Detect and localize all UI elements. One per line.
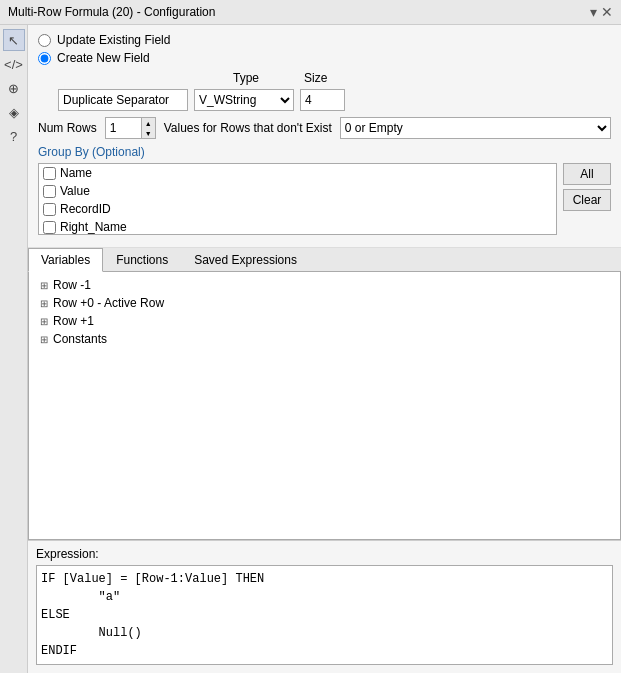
expression-label: Expression: — [36, 547, 613, 561]
tree-label: Row +0 - Active Row — [53, 296, 164, 310]
tab-functions[interactable]: Functions — [103, 248, 181, 272]
list-item[interactable]: Name — [39, 164, 556, 182]
title-controls: ▾ ✕ — [590, 4, 613, 20]
group-by-section: Group By (Optional) Name Value — [38, 145, 611, 235]
update-existing-label: Update Existing Field — [57, 33, 170, 47]
tab-variables[interactable]: Variables — [28, 248, 103, 272]
expression-textarea[interactable]: IF [Value] = [Row-1:Value] THEN "a" ELSE… — [36, 565, 613, 665]
tree-label: Row +1 — [53, 314, 94, 328]
group-buttons: All Clear — [563, 163, 611, 235]
tag-icon[interactable]: ◈ — [3, 101, 25, 123]
values-select[interactable]: 0 or Empty Null Previous Row — [340, 117, 611, 139]
pin-button[interactable]: ▾ — [590, 4, 597, 20]
tab-content-variables: ⊞ Row -1 ⊞ Row +0 - Active Row ⊞ Row +1 … — [28, 272, 621, 540]
title-text: Multi-Row Formula (20) - Configuration — [8, 5, 215, 19]
tabs-header: Variables Functions Saved Expressions — [28, 248, 621, 272]
left-toolbar: ↖ </> ⊕ ◈ ? — [0, 25, 28, 673]
clear-button[interactable]: Clear — [563, 189, 611, 211]
list-item[interactable]: RecordID — [39, 200, 556, 218]
size-header: Size — [304, 71, 327, 85]
type-select[interactable]: V_WString String WString V_String — [194, 89, 294, 111]
expression-section: Expression: IF [Value] = [Row-1:Value] T… — [28, 540, 621, 673]
tab-saved-expressions[interactable]: Saved Expressions — [181, 248, 310, 272]
value-checkbox[interactable] — [43, 185, 56, 198]
rightname-checkbox[interactable] — [43, 221, 56, 234]
expand-icon: ⊞ — [37, 332, 51, 346]
title-bar: Multi-Row Formula (20) - Configuration ▾… — [0, 0, 621, 25]
recordid-item-label: RecordID — [60, 202, 111, 216]
code-icon[interactable]: </> — [3, 53, 25, 75]
expand-icon: ⊞ — [37, 296, 51, 310]
list-item[interactable]: Value — [39, 182, 556, 200]
num-rows-input[interactable] — [106, 118, 141, 138]
type-header: Type — [196, 71, 296, 85]
spinner-up[interactable]: ▲ — [142, 118, 155, 128]
num-rows-section: Num Rows ▲ ▼ Values for Rows that don't … — [38, 117, 611, 139]
type-size-labels-row: Type Size — [58, 71, 611, 85]
cursor-icon[interactable]: ↖ — [3, 29, 25, 51]
group-by-list: Name Value RecordID Right_Name — [38, 163, 557, 235]
num-rows-label: Num Rows — [38, 121, 97, 135]
field-inputs-row: V_WString String WString V_String — [58, 89, 611, 111]
config-section: Update Existing Field Create New Field T… — [28, 25, 621, 248]
help-icon[interactable]: ? — [3, 125, 25, 147]
recordid-checkbox[interactable] — [43, 203, 56, 216]
name-checkbox[interactable] — [43, 167, 56, 180]
name-item-label: Name — [60, 166, 92, 180]
group-by-container: Name Value RecordID Right_Name — [38, 163, 611, 235]
spinner-arrows: ▲ ▼ — [141, 118, 155, 138]
create-new-radio[interactable] — [38, 52, 51, 65]
values-label: Values for Rows that don't Exist — [164, 121, 332, 135]
list-item[interactable]: Right_Name — [39, 218, 556, 235]
tree-row-plus1[interactable]: ⊞ Row +1 — [33, 312, 616, 330]
tree-label: Row -1 — [53, 278, 91, 292]
value-item-label: Value — [60, 184, 90, 198]
globe-icon[interactable]: ⊕ — [3, 77, 25, 99]
content-area: Update Existing Field Create New Field T… — [28, 25, 621, 673]
main-container: ↖ </> ⊕ ◈ ? Update Existing Field Create… — [0, 25, 621, 673]
spinner-down[interactable]: ▼ — [142, 128, 155, 138]
update-existing-radio[interactable] — [38, 34, 51, 47]
expand-icon: ⊞ — [37, 314, 51, 328]
expand-icon: ⊞ — [37, 278, 51, 292]
tree-row-plus0[interactable]: ⊞ Row +0 - Active Row — [33, 294, 616, 312]
tree-row-constants[interactable]: ⊞ Constants — [33, 330, 616, 348]
close-button[interactable]: ✕ — [601, 4, 613, 20]
group-by-label: Group By (Optional) — [38, 145, 611, 159]
rightname-item-label: Right_Name — [60, 220, 127, 234]
create-new-label: Create New Field — [57, 51, 150, 65]
tabs-section: Variables Functions Saved Expressions ⊞ … — [28, 248, 621, 540]
size-input[interactable] — [300, 89, 345, 111]
tree-label: Constants — [53, 332, 107, 346]
all-button[interactable]: All — [563, 163, 611, 185]
tree-row-minus1[interactable]: ⊞ Row -1 — [33, 276, 616, 294]
update-existing-row: Update Existing Field — [38, 33, 611, 47]
create-new-row: Create New Field — [38, 51, 611, 65]
num-rows-spinner[interactable]: ▲ ▼ — [105, 117, 156, 139]
field-name-input[interactable] — [58, 89, 188, 111]
